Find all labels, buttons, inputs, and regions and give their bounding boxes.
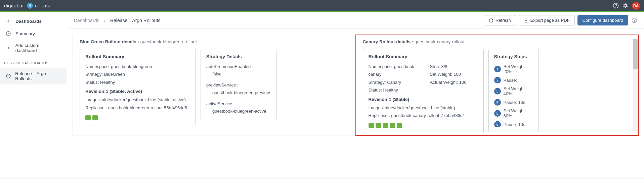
step-number-badge: 6 [494, 121, 501, 127]
step-number-badge: 3 [494, 88, 501, 95]
step-number-badge: 2 [494, 77, 501, 83]
configure-dashboard-button[interactable]: Configure dashboard [577, 15, 628, 25]
refresh-label: Refresh [496, 18, 511, 23]
canary-panel-title: Canary Rollout details : guestbook-canar… [363, 39, 632, 44]
svg-point-5 [634, 21, 635, 22]
configure-label: Configure dashboard [583, 18, 623, 23]
bluegreen-active-value: guestbook-bluegreen-active [206, 108, 271, 115]
canary-title-name: guestbook-canary-rollout [415, 39, 465, 44]
bluegreen-replicaset: Replicaset: guestbook-bluegreen-rollout-… [85, 104, 190, 112]
bluegreen-strategy-card: Strategy Details: autoPromotionEnabled :… [201, 49, 276, 120]
canary-images: Images: xldevdocker/guestbook:blue (stab… [369, 104, 478, 112]
download-icon [524, 18, 528, 23]
sidebar-back-label: Dashboards [15, 19, 42, 24]
step-label: Pause: 10s [504, 122, 525, 127]
bluegreen-active-label: activeService : [206, 100, 271, 108]
bluegreen-images: Images: xldevdocker/guestbook:blue (stab… [85, 96, 190, 104]
step-number-badge: 4 [494, 99, 501, 106]
brand-name: digital.ai [4, 3, 24, 8]
canary-status: Status: Healthy [369, 86, 417, 94]
sidebar-add-custom-label: Add custom dashboard [15, 43, 61, 53]
bluegreen-preview-value: guestbook-bluegreen-preview [206, 89, 271, 97]
page-help-icon[interactable] [632, 17, 637, 23]
breadcrumb-current: Release—Argo Rollouts [110, 18, 160, 23]
strategy-step: 3Set Weight: 40% [494, 85, 533, 98]
chevron-right-icon: › [104, 18, 105, 23]
sidebar-item-argo-rollouts[interactable]: Release—Argo Rollouts [0, 68, 67, 84]
canary-steps-list[interactable]: 1Set Weight: 20%2Pause:3Set Weight: 40%4… [494, 63, 533, 127]
sidebar-active-label: Release—Argo Rollouts [15, 71, 61, 81]
brand-logo: digital.ai ✲ release [4, 3, 51, 9]
help-icon[interactable] [611, 1, 620, 10]
canary-setweight: Set Weight: 100 [430, 70, 478, 78]
pod-indicator [383, 123, 388, 128]
strategy-step: 6Pause: 10s [494, 120, 533, 127]
bluegreen-title-name: guestbook-bluegreen-rollout [140, 39, 197, 44]
bluegreen-pods [85, 115, 190, 120]
canary-steps-card: Strategy Steps: 1Set Weight: 20%2Pause:3… [488, 49, 539, 132]
sidebar-item-summary[interactable]: Summary [0, 27, 67, 40]
content-header: Dashboards › Release—Argo Rollouts Refre… [67, 12, 644, 29]
canary-actualweight: Actual Weight: 100 [430, 78, 478, 86]
canary-replicaset: Replicaset: guestbook-canary-rollout-77b… [369, 112, 478, 119]
pod-indicator [390, 123, 395, 128]
canary-revision-header: Revision:1 (Stable) [369, 97, 478, 102]
bluegreen-revision-header: Revision:1 (Stable, Active) [85, 89, 190, 94]
user-avatar[interactable]: RA [632, 2, 640, 10]
breadcrumb-root[interactable]: Dashboards [74, 18, 99, 23]
dashboard-icon [5, 73, 11, 79]
topbar: digital.ai ✲ release RA [0, 0, 644, 12]
panel-canary: Canary Rollout details : guestbook-canar… [355, 35, 639, 136]
bluegreen-strategy-heading: Strategy Details: [206, 54, 271, 59]
gauge-icon [5, 31, 11, 36]
plus-icon [5, 46, 11, 50]
step-label: Set Weight: 40% [504, 86, 533, 96]
step-label: Set Weight: 20% [504, 64, 533, 74]
pod-indicator [369, 123, 374, 128]
bluegreen-summary-heading: Rollout Summary [85, 54, 190, 59]
pod-indicator [397, 123, 402, 128]
canary-namespace: Namespace: guestbook-canary [369, 63, 417, 78]
sidebar-back[interactable]: Dashboards [0, 15, 67, 27]
strategy-step: 4Pause: 10s [494, 98, 533, 107]
strategy-step: 5Set Weight: 60% [494, 107, 533, 120]
step-label: Set Weight: 60% [504, 108, 533, 118]
canary-summary-heading: Rollout Summary [369, 54, 478, 59]
bluegreen-autopromo-label: autoPromotionEnabled : [206, 63, 271, 70]
refresh-button[interactable]: Refresh [484, 15, 516, 25]
export-pdf-button[interactable]: Export page as PDF [519, 15, 575, 25]
bluegreen-panel-title: Blue Green Rollout details : guestbook-b… [80, 39, 349, 44]
canary-strategy: Strategy: Canary [369, 78, 417, 86]
product-name: release [35, 3, 51, 8]
bluegreen-status: Status: Healthy [85, 78, 190, 86]
step-label: Pause: 10s [504, 100, 525, 105]
breadcrumb: Dashboards › Release—Argo Rollouts [74, 18, 160, 23]
sidebar-summary-label: Summary [15, 31, 35, 36]
canary-summary-card: Rollout Summary Namespace: guestbook-can… [363, 49, 484, 133]
dashboard-container: Blue Green Rollout details : guestbook-b… [73, 35, 639, 135]
step-number-badge: 1 [494, 66, 501, 72]
step-label: Pause: [504, 78, 517, 83]
export-label: Export page as PDF [530, 18, 570, 23]
bluegreen-preview-label: previewService : [206, 81, 271, 89]
bluegreen-autopromo-value: false [206, 70, 271, 78]
canary-step: Step: 8/8 [430, 63, 478, 70]
bluegreen-strategy: Strategy: BlueGreen [85, 70, 190, 78]
pod-indicator [85, 115, 91, 120]
settings-icon[interactable] [620, 1, 630, 10]
panel-bluegreen: Blue Green Rollout details : guestbook-b… [73, 35, 355, 135]
bluegreen-title-prefix: Blue Green Rollout details : [80, 39, 140, 44]
canary-steps-heading: Strategy Steps: [494, 54, 533, 59]
strategy-step: 1Set Weight: 20% [494, 63, 533, 75]
pod-indicator [376, 123, 381, 128]
panel-scrollbar-thumb[interactable] [633, 39, 638, 69]
sidebar-item-add-custom[interactable]: Add custom dashboard [0, 40, 67, 56]
product-badge-icon: ✲ [27, 3, 33, 9]
canary-pods [369, 123, 478, 128]
back-arrow-icon [5, 18, 11, 24]
refresh-icon [489, 18, 493, 23]
step-number-badge: 5 [494, 110, 501, 117]
canary-title-prefix: Canary Rollout details : [363, 39, 415, 44]
bluegreen-namespace: Namespace: guestbook-bluegreen [85, 63, 190, 70]
svg-point-1 [615, 7, 616, 7]
